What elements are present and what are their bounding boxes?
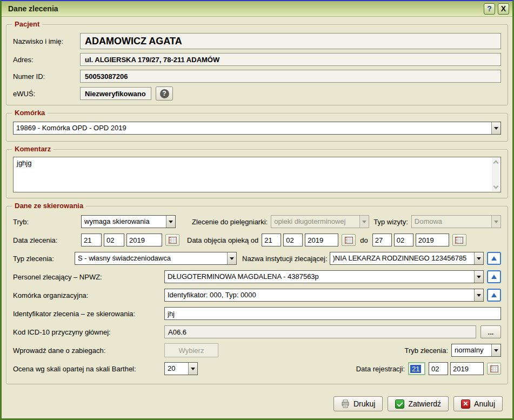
data-do-month-input[interactable] xyxy=(394,234,413,246)
personel-select[interactable]: DŁUGOTERMINOWA MAGDALENA - 4387563p xyxy=(164,270,484,283)
scroll-down-icon[interactable] xyxy=(493,184,499,189)
chevron-down-icon[interactable] xyxy=(474,289,483,301)
typ-wizyty-value: Domowa xyxy=(412,216,491,228)
personel-value: DŁUGOTERMINOWA MAGDALENA - 4387563p xyxy=(165,271,474,283)
icd-value-field: A06.6 xyxy=(164,325,476,338)
komorka-org-select[interactable]: Identyfikator: 000, Typ: 0000 xyxy=(164,289,484,302)
data-zlecenia-year-input[interactable] xyxy=(126,234,162,246)
group-komorka: Komórka 19869 - Komórka OPD - OPD 2019 xyxy=(6,113,508,142)
zatwierdz-label: Zatwierdź xyxy=(408,399,441,408)
footer-buttons: Drukuj Zatwierdź Anuluj xyxy=(6,392,508,411)
zlecenie-piel-label: Zlecenie do pielęgniarki: xyxy=(192,218,268,226)
arrow-up-icon xyxy=(491,254,497,261)
typ-wizyty-label: Typ wizyty: xyxy=(373,218,408,226)
data-od-year-input[interactable] xyxy=(305,234,338,246)
identyfikator-input[interactable] xyxy=(164,307,501,320)
data-rejestracji-year-input[interactable] xyxy=(450,362,484,375)
check-icon xyxy=(395,399,404,409)
zlecenie-piel-value: opieki długoterminowej xyxy=(271,216,359,228)
calendar-icon xyxy=(345,237,353,244)
icd-label: Kod ICD-10 przyczyny głównej: xyxy=(13,328,164,336)
data-zlecenia-month-input[interactable] xyxy=(104,234,124,246)
personel-move-up-button[interactable] xyxy=(487,270,501,283)
patient-id-label: Numer ID: xyxy=(13,72,80,81)
drukuj-button[interactable]: Drukuj xyxy=(333,396,383,411)
data-rejestracji-month-input[interactable] xyxy=(429,362,448,375)
scroll-up-icon[interactable] xyxy=(493,161,499,166)
chevron-down-icon[interactable] xyxy=(188,363,197,375)
window-title: Dane zlecenia xyxy=(8,4,481,13)
comment-scrollbar[interactable] xyxy=(492,158,500,191)
data-objecia-label: Data objęcia opieką od xyxy=(187,236,258,244)
instytucja-move-up-button[interactable] xyxy=(487,252,501,265)
instytucja-select[interactable]: )NIA LEKARZA RODZINNEGO 123456785 xyxy=(330,252,484,265)
data-do-year-input[interactable] xyxy=(416,234,449,246)
data-od-month-input[interactable] xyxy=(283,234,303,246)
group-pacjent-legend: Pacjent xyxy=(12,20,42,28)
barthel-select[interactable]: 20 xyxy=(164,362,198,375)
patient-id-value: 50053087206 xyxy=(80,70,501,83)
tryb-label: Tryb: xyxy=(13,218,81,226)
wybierz-button: Wybierz xyxy=(164,343,218,357)
personel-label: Personel zlecający – NPWZ: xyxy=(13,273,164,281)
comment-textarea[interactable]: jghjg xyxy=(13,157,501,192)
chevron-down-icon[interactable] xyxy=(227,252,236,264)
chevron-down-icon[interactable] xyxy=(166,216,175,228)
ewus-status: Niezweryfikowano xyxy=(80,87,151,100)
data-rejestracji-calendar-button[interactable] xyxy=(487,363,501,375)
window-close-button[interactable]: X xyxy=(498,3,509,15)
komorka-org-value: Identyfikator: 000, Typ: 0000 xyxy=(165,289,474,301)
group-pacjent: Pacjent Nazwisko i imię: ADAMOWICZ AGATA… xyxy=(6,24,508,105)
arrow-up-icon xyxy=(491,272,497,279)
zatwierdz-button[interactable]: Zatwierdź xyxy=(388,396,449,411)
do-label: do xyxy=(360,236,368,244)
data-od-calendar-button[interactable] xyxy=(342,234,356,246)
arrow-up-icon xyxy=(491,290,497,297)
instytucja-value: )NIA LEKARZA RODZINNEGO 123456785 xyxy=(330,252,474,264)
anuluj-button[interactable]: Anuluj xyxy=(453,396,503,411)
chevron-down-icon[interactable] xyxy=(491,122,500,134)
group-skierowanie-legend: Dane ze skierowania xyxy=(12,202,86,210)
calendar-icon xyxy=(455,237,463,244)
selected-day-text: 21 xyxy=(410,365,421,373)
group-komentarz-legend: Komentarz xyxy=(12,145,54,153)
ewus-help-button[interactable]: ? xyxy=(156,86,173,101)
data-do-calendar-button[interactable] xyxy=(452,234,466,246)
komorka-org-move-up-button[interactable] xyxy=(487,289,501,302)
data-rejestracji-label: Data rejestracji: xyxy=(356,365,405,373)
data-zlecenia-calendar-button[interactable] xyxy=(165,234,179,246)
anuluj-label: Anuluj xyxy=(474,399,495,408)
group-komorka-legend: Komórka xyxy=(12,109,48,117)
chevron-down-icon[interactable] xyxy=(491,344,500,356)
data-zlecenia-day-input[interactable] xyxy=(81,234,102,246)
chevron-down-icon xyxy=(359,216,369,228)
group-komentarz: Komentarz jghjg xyxy=(6,149,508,198)
drukuj-label: Drukuj xyxy=(353,399,375,408)
printer-icon xyxy=(341,399,350,408)
icd-browse-button[interactable]: ... xyxy=(480,325,501,338)
data-do-day-input[interactable] xyxy=(372,234,392,246)
typ-zlecenia-label: Typ zlecenia: xyxy=(13,255,75,263)
typ-zlecenia-select[interactable]: S - własny świadczeniodawca xyxy=(75,252,237,265)
tryb-select[interactable]: wymaga skierowania xyxy=(81,215,176,228)
barthel-value: 20 xyxy=(165,363,188,375)
data-od-day-input[interactable] xyxy=(262,234,281,246)
question-icon: ? xyxy=(160,89,169,98)
komorka-select[interactable]: 19869 - Komórka OPD - OPD 2019 xyxy=(13,122,501,135)
dialog-body: Pacjent Nazwisko i imię: ADAMOWICZ AGATA… xyxy=(2,17,512,411)
komorka-selected-value: 19869 - Komórka OPD - OPD 2019 xyxy=(14,122,491,134)
group-dane-ze-skierowania: Dane ze skierowania Tryb: wymaga skierow… xyxy=(6,206,508,384)
zlecenie-piel-select: opieki długoterminowej xyxy=(271,215,369,228)
patient-address-value: ul. ALGIERSKA 179/27, 78-211 ADAMÓW xyxy=(80,53,501,66)
komorka-org-label: Komórka organizacyjna: xyxy=(13,291,164,299)
window-help-button[interactable]: ? xyxy=(484,3,495,15)
instytucja-label: Nazwa instytucji zlecającej: xyxy=(242,255,328,263)
chevron-down-icon[interactable] xyxy=(474,271,483,283)
identyfikator-label: Identyfikator zlecenia – ze skierowania: xyxy=(13,310,164,318)
chevron-down-icon[interactable] xyxy=(474,252,483,264)
chevron-down-icon xyxy=(491,216,500,228)
calendar-icon xyxy=(490,365,498,372)
tryb-zlecenia-select[interactable]: normalny xyxy=(451,344,501,357)
ewus-label: eWUŚ: xyxy=(13,90,80,98)
data-rejestracji-day-input[interactable]: 21 xyxy=(408,362,425,375)
